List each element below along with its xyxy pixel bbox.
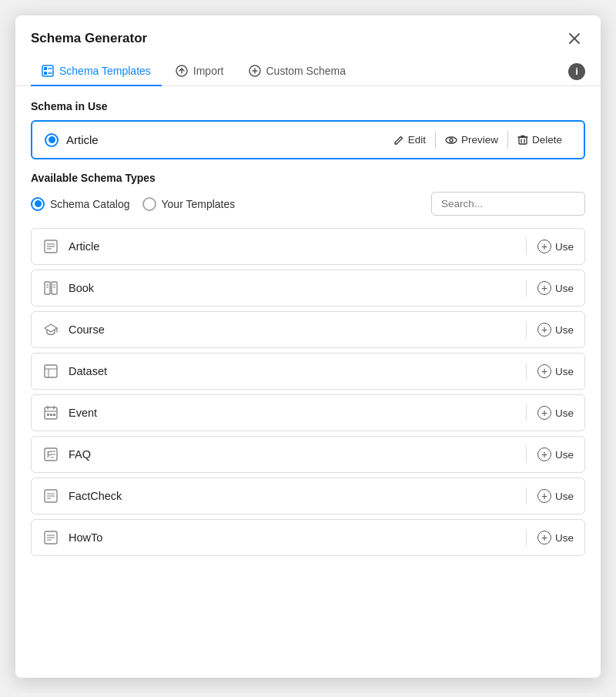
use-event-button[interactable]: + Use — [537, 406, 574, 420]
plus-circle-icon: + — [537, 240, 551, 253]
list-item: Dataset + Use — [31, 353, 585, 390]
svg-rect-14 — [519, 137, 527, 144]
use-label: Use — [555, 407, 574, 419]
schema-item-book-name: Book — [69, 282, 526, 294]
trash-icon — [517, 135, 528, 146]
your-templates-radio[interactable] — [142, 197, 156, 211]
use-label: Use — [555, 366, 574, 377]
divider — [526, 446, 527, 463]
article-icon — [42, 238, 59, 255]
tab-schema-templates-label: Schema Templates — [59, 65, 151, 77]
list-item: HowTo + Use — [31, 519, 585, 556]
svg-point-12 — [446, 137, 457, 143]
svg-rect-2 — [42, 65, 53, 76]
svg-rect-34 — [45, 407, 57, 419]
eye-icon — [445, 135, 457, 146]
list-item: Book + Use — [31, 270, 585, 307]
divider — [526, 280, 527, 297]
modal-title: Schema Generator — [31, 31, 147, 46]
schema-in-use-radio[interactable] — [45, 133, 59, 147]
plus-circle-icon: + — [537, 489, 551, 503]
use-factcheck-button[interactable]: + Use — [537, 489, 574, 503]
svg-rect-40 — [53, 414, 55, 416]
factcheck-icon — [42, 488, 59, 504]
tab-custom-schema-label: Custom Schema — [266, 65, 346, 77]
schema-catalog-radio[interactable] — [31, 197, 45, 211]
plus-circle-icon: + — [537, 323, 551, 337]
schema-list: Article + Use Book + — [15, 222, 601, 571]
edit-icon — [393, 135, 404, 146]
close-button[interactable] — [564, 28, 585, 49]
info-button[interactable]: i — [568, 63, 585, 80]
svg-rect-23 — [45, 282, 50, 294]
use-dataset-button[interactable]: + Use — [537, 364, 574, 378]
tab-import[interactable]: Import — [165, 57, 235, 86]
modal-header: Schema Generator — [15, 15, 601, 49]
divider — [526, 363, 527, 380]
template-icon — [42, 65, 54, 77]
preview-label: Preview — [461, 134, 498, 146]
howto-icon — [42, 529, 59, 546]
schema-item-faq-name: FAQ — [69, 448, 526, 461]
plus-circle-icon: + — [537, 531, 551, 545]
schema-in-use-name: Article — [66, 133, 377, 146]
filter-radio-group: Schema Catalog Your Templates — [31, 197, 235, 211]
list-item: Article + Use — [31, 228, 585, 265]
preview-button[interactable]: Preview — [435, 131, 507, 149]
divider — [526, 404, 527, 421]
use-course-button[interactable]: + Use — [537, 323, 574, 337]
svg-point-13 — [450, 139, 453, 142]
tab-bar: Schema Templates Import Custom Schema — [15, 57, 601, 86]
use-book-button[interactable]: + Use — [537, 281, 574, 295]
available-schema-types-header: Available Schema Types Schema Catalog Yo… — [15, 172, 601, 222]
filter-your-templates[interactable]: Your Templates — [142, 197, 236, 211]
use-label: Use — [555, 283, 574, 294]
svg-rect-39 — [50, 414, 52, 416]
schema-item-event-name: Event — [69, 407, 526, 419]
divider — [526, 529, 527, 546]
svg-rect-38 — [47, 414, 49, 416]
use-label: Use — [555, 491, 574, 502]
edit-label: Edit — [408, 134, 426, 146]
plus-circle-icon: + — [537, 406, 551, 420]
tab-custom-schema[interactable]: Custom Schema — [238, 57, 357, 86]
list-item: Course + Use — [31, 311, 585, 348]
use-label: Use — [555, 324, 574, 336]
delete-label: Delete — [532, 134, 562, 146]
plus-circle-icon: + — [537, 447, 551, 461]
schema-catalog-label: Schema Catalog — [50, 198, 130, 210]
schema-item-article-name: Article — [69, 240, 526, 253]
schema-in-use-label: Schema in Use — [15, 86, 601, 120]
book-icon — [42, 280, 59, 297]
schema-generator-modal: Schema Generator Schema Templates — [15, 15, 601, 678]
svg-rect-4 — [44, 72, 47, 75]
schema-item-course-name: Course — [69, 323, 526, 336]
list-item: Event + Use — [31, 394, 585, 431]
use-howto-button[interactable]: + Use — [537, 531, 574, 545]
plus-circle-icon — [249, 65, 261, 77]
available-schema-types-label: Available Schema Types — [31, 172, 585, 184]
filter-row: Schema Catalog Your Templates — [31, 192, 585, 216]
schema-actions: Edit Preview — [384, 131, 571, 149]
search-input[interactable] — [431, 192, 585, 216]
schema-item-factcheck-name: FactCheck — [69, 490, 526, 502]
use-faq-button[interactable]: + Use — [537, 447, 574, 461]
event-icon — [42, 404, 59, 421]
filter-schema-catalog[interactable]: Schema Catalog — [31, 197, 130, 211]
svg-rect-24 — [52, 282, 57, 294]
dataset-icon — [42, 363, 59, 380]
delete-button[interactable]: Delete — [507, 131, 571, 149]
use-label: Use — [555, 241, 574, 253]
use-label: Use — [555, 449, 574, 461]
list-item: F FAQ + Use — [31, 436, 585, 473]
divider — [526, 321, 527, 338]
tab-schema-templates[interactable]: Schema Templates — [31, 57, 162, 86]
cloud-up-icon — [176, 65, 188, 77]
use-article-button[interactable]: + Use — [537, 240, 574, 253]
list-item: FactCheck + Use — [31, 478, 585, 514]
schema-item-dataset-name: Dataset — [69, 365, 526, 377]
edit-button[interactable]: Edit — [384, 131, 435, 149]
plus-circle-icon: + — [537, 364, 551, 378]
svg-rect-3 — [44, 67, 47, 70]
tab-import-label: Import — [193, 65, 224, 77]
